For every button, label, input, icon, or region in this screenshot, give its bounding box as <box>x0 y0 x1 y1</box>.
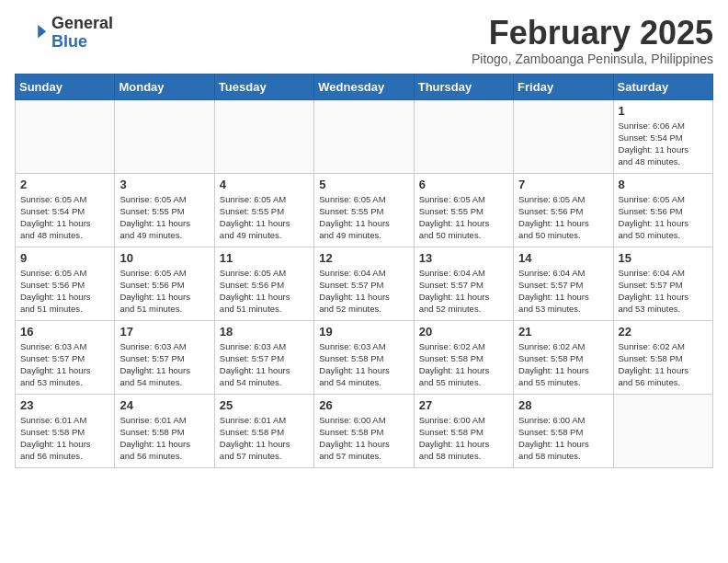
day-info: Sunrise: 6:01 AM Sunset: 5:58 PM Dayligh… <box>20 414 109 463</box>
table-row: 1Sunrise: 6:06 AM Sunset: 5:54 PM Daylig… <box>613 99 712 173</box>
day-info: Sunrise: 6:05 AM Sunset: 5:55 PM Dayligh… <box>220 193 309 242</box>
day-number: 10 <box>119 251 209 265</box>
table-row: 27Sunrise: 6:00 AM Sunset: 5:58 PM Dayli… <box>414 394 513 467</box>
table-row: 19Sunrise: 6:03 AM Sunset: 5:58 PM Dayli… <box>314 320 414 394</box>
logo-blue: Blue <box>51 32 87 51</box>
day-info: Sunrise: 6:03 AM Sunset: 5:57 PM Dayligh… <box>20 340 109 389</box>
col-saturday: Saturday <box>613 74 712 99</box>
day-number: 28 <box>518 398 608 412</box>
calendar-subtitle: Pitogo, Zamboanga Peninsula, Philippines <box>472 52 713 66</box>
day-number: 7 <box>518 178 608 191</box>
day-number: 16 <box>20 325 109 339</box>
day-number: 13 <box>419 251 508 265</box>
table-row: 4Sunrise: 6:05 AM Sunset: 5:55 PM Daylig… <box>214 173 313 247</box>
day-number: 25 <box>220 398 309 412</box>
day-number: 12 <box>319 251 408 265</box>
day-info: Sunrise: 6:05 AM Sunset: 5:55 PM Dayligh… <box>119 193 209 242</box>
day-number: 15 <box>619 251 708 265</box>
logo-general: General <box>51 14 113 32</box>
day-info: Sunrise: 6:05 AM Sunset: 5:56 PM Dayligh… <box>220 267 309 316</box>
col-tuesday: Tuesday <box>214 74 313 99</box>
calendar-week-row: 1Sunrise: 6:06 AM Sunset: 5:54 PM Daylig… <box>16 99 713 173</box>
day-number: 5 <box>319 178 408 191</box>
day-number: 4 <box>220 178 309 191</box>
table-row <box>613 394 712 467</box>
col-wednesday: Wednesday <box>314 74 414 99</box>
day-info: Sunrise: 6:04 AM Sunset: 5:57 PM Dayligh… <box>319 267 408 316</box>
day-number: 11 <box>220 251 309 265</box>
day-info: Sunrise: 6:02 AM Sunset: 5:58 PM Dayligh… <box>518 340 608 389</box>
table-row: 12Sunrise: 6:04 AM Sunset: 5:57 PM Dayli… <box>314 247 414 320</box>
day-number: 9 <box>20 251 109 265</box>
page-header: General Blue February 2025 Pitogo, Zambo… <box>15 15 713 66</box>
day-number: 21 <box>518 325 608 339</box>
calendar-week-row: 23Sunrise: 6:01 AM Sunset: 5:58 PM Dayli… <box>16 394 713 467</box>
table-row: 21Sunrise: 6:02 AM Sunset: 5:58 PM Dayli… <box>514 320 613 394</box>
day-info: Sunrise: 6:04 AM Sunset: 5:57 PM Dayligh… <box>419 267 508 316</box>
table-row: 25Sunrise: 6:01 AM Sunset: 5:58 PM Dayli… <box>214 394 313 467</box>
table-row: 18Sunrise: 6:03 AM Sunset: 5:57 PM Dayli… <box>214 320 313 394</box>
calendar-week-row: 9Sunrise: 6:05 AM Sunset: 5:56 PM Daylig… <box>16 247 713 320</box>
day-number: 17 <box>119 325 209 339</box>
table-row: 9Sunrise: 6:05 AM Sunset: 5:56 PM Daylig… <box>16 247 115 320</box>
day-info: Sunrise: 6:00 AM Sunset: 5:58 PM Dayligh… <box>518 414 608 463</box>
day-info: Sunrise: 6:05 AM Sunset: 5:56 PM Dayligh… <box>619 193 708 242</box>
day-info: Sunrise: 6:05 AM Sunset: 5:55 PM Dayligh… <box>419 193 508 242</box>
day-number: 8 <box>619 178 708 191</box>
day-info: Sunrise: 6:05 AM Sunset: 5:56 PM Dayligh… <box>119 267 209 316</box>
day-info: Sunrise: 6:01 AM Sunset: 5:58 PM Dayligh… <box>220 414 309 463</box>
table-row: 15Sunrise: 6:04 AM Sunset: 5:57 PM Dayli… <box>613 247 712 320</box>
logo: General Blue <box>15 15 113 52</box>
day-number: 3 <box>119 178 209 191</box>
day-info: Sunrise: 6:05 AM Sunset: 5:56 PM Dayligh… <box>20 267 109 316</box>
table-row: 13Sunrise: 6:04 AM Sunset: 5:57 PM Dayli… <box>414 247 513 320</box>
day-number: 2 <box>20 178 109 191</box>
day-info: Sunrise: 6:05 AM Sunset: 5:55 PM Dayligh… <box>319 193 408 242</box>
table-row <box>314 99 414 173</box>
day-info: Sunrise: 6:02 AM Sunset: 5:58 PM Dayligh… <box>619 340 708 389</box>
day-info: Sunrise: 6:04 AM Sunset: 5:57 PM Dayligh… <box>619 267 708 316</box>
table-row: 24Sunrise: 6:01 AM Sunset: 5:58 PM Dayli… <box>115 394 214 467</box>
col-friday: Friday <box>514 74 613 99</box>
day-info: Sunrise: 6:05 AM Sunset: 5:56 PM Dayligh… <box>518 193 608 242</box>
day-number: 22 <box>619 325 708 339</box>
table-row: 6Sunrise: 6:05 AM Sunset: 5:55 PM Daylig… <box>414 173 513 247</box>
logo-icon <box>15 17 48 50</box>
calendar-table: Sunday Monday Tuesday Wednesday Thursday… <box>15 74 713 468</box>
table-row: 7Sunrise: 6:05 AM Sunset: 5:56 PM Daylig… <box>514 173 613 247</box>
day-info: Sunrise: 6:01 AM Sunset: 5:58 PM Dayligh… <box>119 414 209 463</box>
day-info: Sunrise: 6:06 AM Sunset: 5:54 PM Dayligh… <box>619 120 708 168</box>
table-row: 5Sunrise: 6:05 AM Sunset: 5:55 PM Daylig… <box>314 173 414 247</box>
table-row: 14Sunrise: 6:04 AM Sunset: 5:57 PM Dayli… <box>514 247 613 320</box>
day-number: 18 <box>220 325 309 339</box>
day-info: Sunrise: 6:03 AM Sunset: 5:57 PM Dayligh… <box>119 340 209 389</box>
day-number: 27 <box>419 398 508 412</box>
table-row: 26Sunrise: 6:00 AM Sunset: 5:58 PM Dayli… <box>314 394 414 467</box>
svg-marker-0 <box>38 25 46 38</box>
col-thursday: Thursday <box>414 74 513 99</box>
day-info: Sunrise: 6:03 AM Sunset: 5:58 PM Dayligh… <box>319 340 408 389</box>
table-row <box>514 99 613 173</box>
day-number: 1 <box>619 104 708 118</box>
table-row <box>414 99 513 173</box>
table-row: 17Sunrise: 6:03 AM Sunset: 5:57 PM Dayli… <box>115 320 214 394</box>
table-row: 28Sunrise: 6:00 AM Sunset: 5:58 PM Dayli… <box>514 394 613 467</box>
table-row: 16Sunrise: 6:03 AM Sunset: 5:57 PM Dayli… <box>16 320 115 394</box>
table-row: 2Sunrise: 6:05 AM Sunset: 5:54 PM Daylig… <box>16 173 115 247</box>
day-info: Sunrise: 6:04 AM Sunset: 5:57 PM Dayligh… <box>518 267 608 316</box>
day-number: 20 <box>419 325 508 339</box>
day-info: Sunrise: 6:00 AM Sunset: 5:58 PM Dayligh… <box>419 414 508 463</box>
calendar-week-row: 16Sunrise: 6:03 AM Sunset: 5:57 PM Dayli… <box>16 320 713 394</box>
table-row <box>214 99 313 173</box>
table-row: 3Sunrise: 6:05 AM Sunset: 5:55 PM Daylig… <box>115 173 214 247</box>
table-row: 23Sunrise: 6:01 AM Sunset: 5:58 PM Dayli… <box>16 394 115 467</box>
table-row: 10Sunrise: 6:05 AM Sunset: 5:56 PM Dayli… <box>115 247 214 320</box>
day-info: Sunrise: 6:00 AM Sunset: 5:58 PM Dayligh… <box>319 414 408 463</box>
table-row: 22Sunrise: 6:02 AM Sunset: 5:58 PM Dayli… <box>613 320 712 394</box>
day-number: 14 <box>518 251 608 265</box>
calendar-title: February 2025 <box>472 15 713 52</box>
day-info: Sunrise: 6:05 AM Sunset: 5:54 PM Dayligh… <box>20 193 109 242</box>
calendar-header-row: Sunday Monday Tuesday Wednesday Thursday… <box>16 74 713 99</box>
table-row: 20Sunrise: 6:02 AM Sunset: 5:58 PM Dayli… <box>414 320 513 394</box>
table-row: 8Sunrise: 6:05 AM Sunset: 5:56 PM Daylig… <box>613 173 712 247</box>
